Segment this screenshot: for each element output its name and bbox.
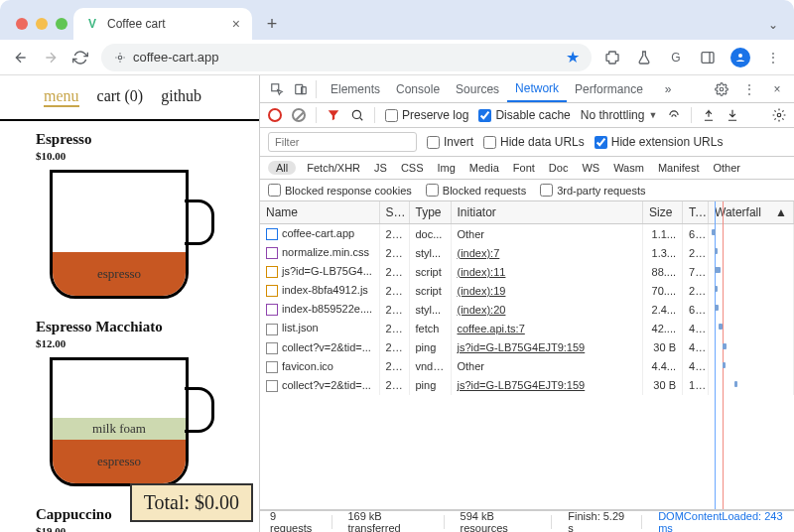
col-type[interactable]: Type: [409, 201, 451, 224]
bookmark-star-icon[interactable]: ★: [566, 48, 580, 66]
profile-avatar[interactable]: [730, 48, 750, 67]
maximize-window-button[interactable]: [56, 18, 67, 30]
network-table[interactable]: Name S... Type Initiator Size T... Water…: [260, 201, 794, 510]
menu-item: Espresso Macchiato$12.00milk foamespress…: [0, 309, 259, 496]
devtools-tab-network[interactable]: Network: [507, 75, 567, 102]
cup-layer: espresso: [53, 252, 186, 296]
close-tab-icon[interactable]: ×: [232, 16, 240, 32]
devtools-menu-icon[interactable]: ⋮: [740, 80, 758, 98]
nav-cart[interactable]: cart (0): [97, 87, 144, 107]
disable-cache-checkbox[interactable]: Disable cache: [478, 108, 570, 122]
col-name[interactable]: Name: [260, 201, 379, 224]
tab-overflow-button[interactable]: ⌄: [768, 18, 784, 40]
vue-favicon-icon: V: [85, 17, 99, 31]
browser-tab[interactable]: V Coffee cart ×: [73, 8, 252, 40]
side-panel-icon[interactable]: [699, 49, 717, 66]
labs-icon[interactable]: [635, 49, 653, 66]
type-filter-wasm[interactable]: Wasm: [610, 162, 647, 174]
reload-button[interactable]: [71, 49, 89, 66]
filter-icon[interactable]: [327, 108, 340, 122]
preserve-log-checkbox[interactable]: Preserve log: [385, 108, 468, 122]
svg-point-7: [352, 110, 360, 118]
type-filter-js[interactable]: JS: [371, 162, 390, 174]
col-status[interactable]: S...: [379, 201, 409, 224]
table-header-row[interactable]: Name S... Type Initiator Size T... Water…: [260, 201, 794, 224]
devtools-tabbar: ElementsConsoleSourcesNetworkPerformance…: [260, 75, 794, 103]
type-filter-manifest[interactable]: Manifest: [655, 162, 703, 174]
table-row[interactable]: index-8bfa4912.js200script(index):1970..…: [260, 281, 794, 300]
file-type-icon: [266, 324, 278, 335]
minimize-window-button[interactable]: [36, 18, 48, 30]
nav-github[interactable]: github: [161, 87, 201, 107]
invert-checkbox[interactable]: Invert: [427, 135, 473, 149]
hide-extension-urls-checkbox[interactable]: Hide extension URLs: [595, 135, 724, 149]
file-type-icon: [266, 285, 278, 297]
third-party-checkbox[interactable]: 3rd-party requests: [540, 184, 645, 197]
menu-item: Espresso$10.00espresso: [0, 121, 259, 309]
close-window-button[interactable]: [16, 18, 28, 30]
devtools-tab-elements[interactable]: Elements: [323, 75, 388, 102]
table-row[interactable]: js?id=G-LB75G4...200script(index):1188..…: [260, 262, 794, 281]
table-row[interactable]: normalize.min.css200styl...(index):71.3.…: [260, 243, 794, 262]
type-filter-ws[interactable]: WS: [579, 162, 602, 174]
hide-data-urls-checkbox[interactable]: Hide data URLs: [483, 135, 585, 149]
table-row[interactable]: collect?v=2&tid=...204pingjs?id=G-LB75G4…: [260, 376, 794, 395]
type-filter-all[interactable]: All: [268, 161, 296, 175]
col-size[interactable]: Size: [643, 201, 683, 224]
type-filter-font[interactable]: Font: [510, 162, 538, 174]
inspect-element-icon[interactable]: [268, 80, 286, 98]
devtools-more-tabs[interactable]: »: [657, 75, 680, 102]
svg-rect-1: [702, 52, 714, 63]
extensions-icon[interactable]: [603, 49, 621, 66]
devtools-close-icon[interactable]: ×: [768, 80, 786, 98]
table-row[interactable]: favicon.ico200vnd....Other4.4...4...: [260, 357, 794, 376]
table-row[interactable]: list.json200fetchcoffee.api.ts:742....4.…: [260, 319, 794, 337]
file-type-icon: [266, 247, 278, 259]
table-row[interactable]: coffee-cart.app200doc...Other1.1...6...: [260, 224, 794, 244]
type-filter-doc[interactable]: Doc: [546, 162, 572, 174]
table-row[interactable]: collect?v=2&tid=...204pingjs?id=G-LB75G4…: [260, 338, 794, 357]
devtools-tab-performance[interactable]: Performance: [567, 75, 651, 102]
record-button[interactable]: [268, 108, 282, 122]
network-settings-icon[interactable]: [772, 108, 786, 122]
blocked-requests-checkbox[interactable]: Blocked requests: [426, 184, 526, 197]
col-waterfall[interactable]: Waterfall ▲: [709, 201, 794, 224]
device-toolbar-icon[interactable]: [292, 80, 310, 98]
back-button[interactable]: [12, 49, 30, 66]
address-bar[interactable]: coffee-cart.app ★: [101, 44, 592, 71]
browser-menu-icon[interactable]: ⋮: [764, 49, 782, 66]
col-time[interactable]: T...: [683, 201, 709, 224]
table-row[interactable]: index-b859522e....200styl...(index):202.…: [260, 300, 794, 319]
search-icon[interactable]: [350, 108, 364, 122]
svg-point-6: [720, 87, 724, 91]
google-icon[interactable]: G: [667, 49, 685, 66]
col-initiator[interactable]: Initiator: [451, 201, 643, 224]
coffee-cup[interactable]: milk foamespresso: [40, 357, 218, 496]
blocked-cookies-checkbox[interactable]: Blocked response cookies: [268, 184, 412, 197]
site-info-icon[interactable]: [113, 51, 127, 65]
type-filter-other[interactable]: Other: [710, 162, 743, 174]
nav-menu[interactable]: menu: [44, 87, 79, 107]
devtools-tab-console[interactable]: Console: [388, 75, 448, 102]
export-har-icon[interactable]: [702, 108, 716, 122]
throttling-select[interactable]: No throttling ▼: [581, 108, 658, 122]
type-filter-css[interactable]: CSS: [398, 162, 427, 174]
window-controls: [10, 18, 73, 40]
total-box[interactable]: Total: $0.00: [130, 483, 253, 522]
new-tab-button[interactable]: +: [258, 10, 286, 38]
type-filter-fetch-xhr[interactable]: Fetch/XHR: [304, 162, 363, 174]
clear-button[interactable]: [292, 108, 306, 122]
filter-input[interactable]: [268, 132, 417, 152]
network-toolbar: Preserve log Disable cache No throttling…: [260, 103, 794, 128]
status-dcl: DOMContentLoaded: 243 ms: [658, 510, 784, 533]
devtools-settings-icon[interactable]: [713, 80, 730, 98]
coffee-cup[interactable]: espresso: [40, 170, 218, 309]
type-filter-img[interactable]: Img: [435, 162, 459, 174]
import-har-icon[interactable]: [726, 108, 739, 122]
url-text: coffee-cart.app: [133, 50, 218, 65]
network-conditions-icon[interactable]: [667, 108, 681, 122]
type-filter-media[interactable]: Media: [466, 162, 502, 174]
network-status-bar: 9 requests 169 kB transferred 594 kB res…: [260, 510, 794, 532]
browser-tab-strip: V Coffee cart × + ⌄: [0, 0, 794, 40]
devtools-tab-sources[interactable]: Sources: [448, 75, 507, 102]
